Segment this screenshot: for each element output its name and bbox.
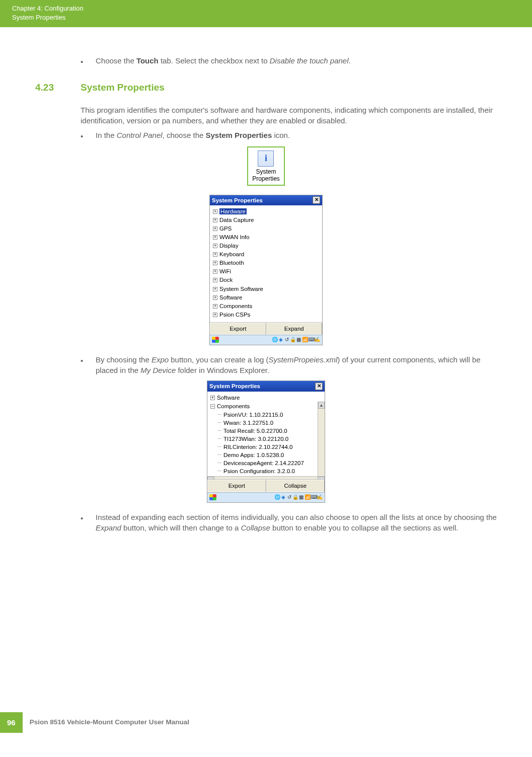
tree-item[interactable]: +Keyboard [213, 250, 319, 259]
network-icon[interactable]: ▦ [298, 494, 305, 501]
lock-icon[interactable]: 🔒 [292, 494, 298, 501]
section-paragraph: This program identifies the computer's s… [81, 105, 497, 126]
tree-child[interactable]: PsionVU: 1.10.22115.0 [210, 411, 317, 419]
footer-title: Psion 8516 Vehicle-Mount Computer User M… [30, 718, 189, 727]
globe-icon[interactable]: 🌐 [274, 494, 280, 501]
close-icon[interactable]: ✕ [313, 196, 320, 204]
tree-item[interactable]: +Data Capture [213, 216, 319, 224]
keyboard-icon[interactable]: ⌨ [308, 336, 314, 343]
export-button[interactable]: Export [207, 480, 266, 492]
text-bold: System Properties [206, 131, 272, 139]
tree-item[interactable]: +Bluetooth [213, 259, 319, 267]
sync-icon[interactable]: ↺ [286, 494, 292, 501]
text-frag: By choosing the [96, 355, 151, 364]
tree-label: Components [219, 303, 252, 309]
network-icon[interactable]: ▦ [296, 336, 302, 343]
scroll-up-icon[interactable]: ▲ [318, 402, 325, 409]
expand-icon[interactable]: + [213, 304, 217, 309]
close-icon[interactable]: ✕ [315, 383, 323, 390]
tree-item[interactable]: +Psion CSPs [213, 311, 319, 319]
tree-label: WWAN Info [219, 234, 250, 240]
expand-icon[interactable]: + [213, 209, 217, 214]
taskbar[interactable]: 🌐◈↺🔒▦📶⌨✍ [210, 335, 322, 345]
text-frag: button, you can create a log ( [169, 355, 268, 364]
tree-label: Bluetooth [219, 260, 244, 266]
expand-icon[interactable]: + [213, 218, 217, 222]
expand-icon[interactable]: + [213, 269, 217, 274]
tree-item[interactable]: +Components [213, 302, 319, 311]
text-frag: button to enable you to collapse all the… [270, 523, 459, 532]
tree-item[interactable]: +GPS [213, 224, 319, 233]
bullet-marker: • [81, 55, 96, 67]
signal-icon[interactable]: 📶 [305, 494, 311, 501]
expand-icon[interactable]: + [213, 226, 217, 231]
expand-button[interactable]: Expand [266, 323, 323, 335]
tree-item-hardware[interactable]: +Hardware [213, 207, 319, 216]
tree-item[interactable]: +Display [213, 242, 319, 250]
bullet-expand: • Instead of expanding each section of i… [81, 512, 497, 533]
signal-icon[interactable]: 📶 [302, 336, 308, 343]
tree-item[interactable]: +System Software [213, 285, 319, 293]
globe-icon[interactable]: 🌐 [272, 336, 278, 343]
tree-item[interactable]: +WiFi [213, 267, 319, 276]
tree-view[interactable]: +Software −Components PsionVU: 1.10.2211… [207, 392, 325, 476]
sip-icon[interactable]: ✍ [314, 336, 320, 343]
tree-label: Components [217, 403, 250, 409]
collapse-icon[interactable]: − [210, 404, 215, 409]
expand-icon[interactable]: + [213, 313, 217, 317]
start-icon[interactable] [212, 337, 219, 343]
tree-label: Data Capture [219, 217, 254, 223]
tree-view[interactable]: +Hardware +Data Capture +GPS +WWAN Info … [210, 205, 322, 322]
collapse-button[interactable]: Collapse [266, 480, 325, 492]
lock-icon[interactable]: 🔒 [290, 336, 296, 343]
sync-icon[interactable]: ↺ [284, 336, 290, 343]
expand-icon[interactable]: + [213, 278, 217, 282]
tree-item-software[interactable]: +Software [210, 394, 317, 402]
tree-label: Software [217, 395, 240, 401]
section-number: 4.23 [35, 81, 81, 95]
tree-child[interactable]: TI1273Wlan: 3.0.22120.0 [210, 435, 317, 443]
window-body: +Software −Components PsionVU: 1.10.2211… [207, 392, 325, 502]
text-italic: Collapse [241, 523, 270, 532]
tree-child[interactable]: Wwan: 3.1.22751.0 [210, 419, 317, 427]
expand-icon[interactable]: + [213, 252, 217, 257]
text-frag: Choose the [96, 56, 136, 65]
expand-icon[interactable]: + [210, 396, 215, 400]
tree-item[interactable]: +WWAN Info [213, 233, 319, 242]
tree-item-components[interactable]: −Components [210, 402, 317, 411]
tree-label: Psion CSPs [219, 312, 250, 318]
tree-child[interactable]: Demo Apps: 1.0.5238.0 [210, 451, 317, 459]
expand-icon[interactable]: + [213, 295, 217, 300]
bullet-touch: • Choose the Touch tab. Select the check… [81, 55, 497, 67]
bullet-marker: • [81, 512, 96, 533]
text-frag: In the [96, 131, 117, 139]
header-topic: System Properties [12, 13, 525, 22]
keyboard-icon[interactable]: ⌨ [311, 494, 317, 501]
taskbar[interactable]: 🌐◈↺🔒▦📶⌨✍ [207, 492, 325, 502]
tree-label: Display [219, 243, 239, 249]
tree-child[interactable]: Total Recall: 5.0.22700.0 [210, 427, 317, 435]
bluetooth-icon[interactable]: ◈ [278, 336, 284, 343]
system-tray[interactable]: 🌐◈↺🔒▦📶⌨✍ [272, 336, 320, 343]
start-icon[interactable] [209, 494, 216, 500]
tree-child[interactable]: DevicescapeAgent: 2.14.22207 [210, 459, 317, 467]
page-content: • Choose the Touch tab. Select the check… [0, 27, 532, 533]
text-italic: SystemPropeies.xml [269, 355, 338, 364]
tree-item[interactable]: +Software [213, 293, 319, 302]
system-tray[interactable]: 🌐◈↺🔒▦📶⌨✍ [274, 494, 323, 501]
tree-child[interactable]: Psion Configuration: 3.2.0.0 [210, 467, 317, 475]
expand-icon[interactable]: + [213, 235, 217, 240]
vertical-scrollbar[interactable]: ▲ ▼ [318, 402, 325, 483]
tree-label: WiFi [219, 268, 231, 274]
expand-icon[interactable]: + [213, 261, 217, 265]
expand-icon[interactable]: + [213, 287, 217, 291]
figure-window-1: System Properties ✕ +Hardware +Data Capt… [35, 195, 497, 346]
bluetooth-icon[interactable]: ◈ [280, 494, 286, 501]
expand-icon[interactable]: + [213, 244, 217, 248]
sip-icon[interactable]: ✍ [317, 494, 323, 501]
system-properties-icon-block[interactable]: i System Properties [247, 146, 285, 186]
tree-child[interactable]: RILCinterion: 2.10.22744.0 [210, 443, 317, 451]
tree-item[interactable]: +Dock [213, 276, 319, 284]
header-chapter: Chapter 4: Configuration [12, 4, 525, 13]
export-button[interactable]: Export [210, 323, 266, 335]
